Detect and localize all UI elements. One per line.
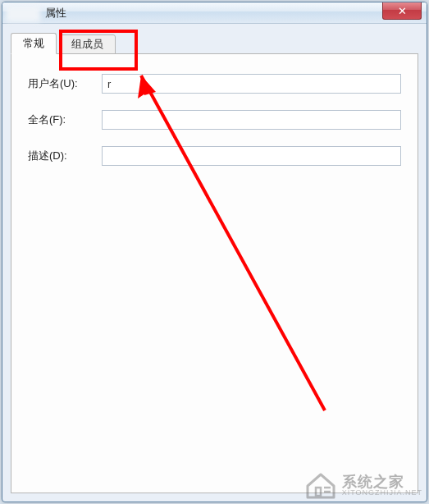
- input-description[interactable]: [102, 146, 401, 166]
- label-username: 用户名(U):: [28, 76, 102, 91]
- tab-page-general: 用户名(U): 全名(F): 描述(D):: [11, 53, 418, 493]
- dialog-window: 属性 ✕ 常规 组成员 用户名(U): 全名(F): 描述(D):: [2, 2, 427, 502]
- input-fullname[interactable]: [102, 110, 401, 130]
- client-area: 常规 组成员 用户名(U): 全名(F): 描述(D):: [2, 24, 427, 502]
- tab-general[interactable]: 常规: [11, 33, 57, 54]
- close-icon: ✕: [398, 5, 407, 17]
- row-description: 描述(D):: [28, 146, 401, 166]
- close-button[interactable]: ✕: [382, 2, 422, 20]
- tabstrip: 常规 组成员: [11, 32, 418, 53]
- title-obscured: [6, 6, 40, 22]
- titlebar[interactable]: 属性 ✕: [2, 2, 427, 24]
- label-fullname: 全名(F):: [28, 112, 102, 127]
- row-fullname: 全名(F):: [28, 110, 401, 130]
- label-description: 描述(D):: [28, 149, 102, 163]
- input-username[interactable]: [102, 74, 401, 94]
- row-username: 用户名(U):: [28, 74, 401, 94]
- tab-members[interactable]: 组成员: [59, 34, 116, 54]
